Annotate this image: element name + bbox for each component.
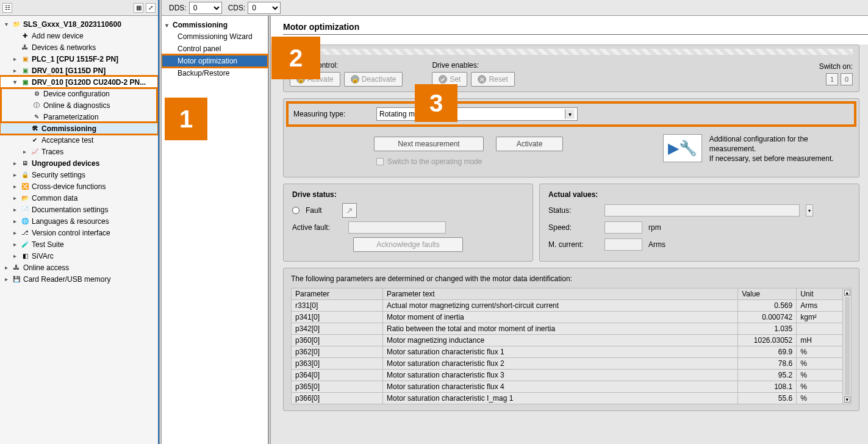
scroll-thumb[interactable] <box>845 297 850 395</box>
switch-on-1[interactable]: 1 <box>826 73 838 85</box>
nav-motor-optimization[interactable]: Motor optimization <box>162 55 268 67</box>
status-dropdown-arrow[interactable]: ▾ <box>806 204 813 217</box>
toolbar-btn-1[interactable]: ▦ <box>134 3 143 13</box>
switch-mode-checkbox[interactable]: Switch to the operating mode <box>376 157 620 166</box>
drive-icon: ▣ <box>20 66 30 75</box>
table-row[interactable]: p362[0]Motor saturation characteristic f… <box>292 346 843 358</box>
scroll-up-icon[interactable]: ▲ <box>844 290 850 296</box>
chevron-right-icon[interactable]: ▸ <box>11 241 18 248</box>
chevron-right-icon[interactable]: ▸ <box>11 229 18 236</box>
project-tree[interactable]: ▾ 📁 SLS_Gxxx_V18_2023110600 ✚Add new dev… <box>0 16 158 444</box>
diagnostics-icon: ⓘ <box>32 101 41 110</box>
chevron-right-icon[interactable]: ▸ <box>11 252 18 259</box>
tree-add-device[interactable]: ✚Add new device <box>0 30 158 41</box>
tree-icon-structure[interactable]: ☷ <box>2 3 12 13</box>
tree-langres[interactable]: ▸🌐Languages & resources <box>0 215 158 227</box>
test-icon: 🧪 <box>20 240 30 249</box>
wrench-info-icon[interactable]: ▶🔧 <box>663 134 702 162</box>
tree-devices-networks[interactable]: 🖧Devices & networks <box>0 41 158 53</box>
tree-traces[interactable]: ▸📈Traces <box>0 146 158 157</box>
tree-parameterization[interactable]: ✎Parameterization <box>0 111 158 123</box>
tree-toolbar: ☷ ▦ ⤢ <box>0 0 158 16</box>
tree-project-root[interactable]: ▾ 📁 SLS_Gxxx_V18_2023110600 <box>0 18 158 30</box>
tree-commissioning[interactable]: 🛠Commissioning <box>0 123 158 134</box>
toolbar-btn-2[interactable]: ⤢ <box>146 3 156 13</box>
chevron-right-icon[interactable]: ▸ <box>11 206 18 213</box>
activate-measurement-button[interactable]: Activate <box>496 137 563 151</box>
th-unit[interactable]: Unit <box>797 288 843 300</box>
switch-on-0[interactable]: 0 <box>841 73 853 85</box>
chevron-right-icon[interactable]: ▸ <box>11 183 18 190</box>
sivarc-icon: ◧ <box>20 252 30 260</box>
lang-icon: 🌐 <box>20 217 30 226</box>
th-text[interactable]: Parameter text <box>383 288 738 300</box>
reset-button[interactable]: ✕Reset <box>471 72 514 87</box>
tree-drv010[interactable]: ▾▣DRV_010 [G120D CU240D-2 PN... <box>0 76 158 88</box>
table-row[interactable]: p342[0]Ratio between the total and motor… <box>292 323 843 335</box>
th-value[interactable]: Value <box>738 288 797 300</box>
callout-3: 3 <box>415 84 457 122</box>
tree-sivarc[interactable]: ▸◧SiVArc <box>0 250 158 262</box>
active-fault-label: Active fault: <box>292 223 342 232</box>
chevron-right-icon[interactable]: ▸ <box>2 264 10 271</box>
cds-label: CDS: <box>228 4 246 12</box>
tree-drv001[interactable]: ▸▣DRV_001 [G115D PN] <box>0 65 158 76</box>
tree-device-config[interactable]: ⚙Device configuration <box>0 88 158 99</box>
th-parameter[interactable]: Parameter <box>292 288 383 300</box>
table-row[interactable]: p341[0]Motor moment of inertia0.000742kg… <box>292 312 843 323</box>
ungrouped-icon: 🖥 <box>20 159 30 168</box>
active-fault-field <box>348 221 446 234</box>
unlock-icon: 🔓 <box>351 75 359 84</box>
nav-backup-restore[interactable]: Backup/Restore <box>162 67 268 79</box>
tree-online-diag[interactable]: ⓘOnline & diagnostics <box>0 99 158 111</box>
chevron-right-icon[interactable]: ▸ <box>11 195 18 201</box>
check-icon: ✔ <box>439 75 447 84</box>
tree-plc1[interactable]: ▸▣PLC_1 [CPU 1515F-2 PN] <box>0 53 158 65</box>
tree-common[interactable]: ▸📂Common data <box>0 192 158 204</box>
table-row[interactable]: p364[0]Motor saturation characteristic f… <box>292 370 843 381</box>
tree-vcs[interactable]: ▸⎇Version control interface <box>0 227 158 238</box>
chevron-down-icon[interactable]: ▾ <box>2 21 10 27</box>
chevron-right-icon[interactable]: ▸ <box>11 67 18 74</box>
cds-select[interactable]: 0 <box>248 2 281 14</box>
tree-cardreader[interactable]: ▸💾Card Reader/USB memory <box>0 273 158 285</box>
chevron-right-icon[interactable]: ▸ <box>11 56 18 62</box>
table-row[interactable]: p363[0]Motor saturation characteristic f… <box>292 358 843 370</box>
parameter-table[interactable]: Parameter Parameter text Value Unit r331… <box>291 288 843 404</box>
chevron-right-icon[interactable]: ▸ <box>11 171 18 178</box>
table-row[interactable]: r331[0]Actual motor magnetizing current/… <box>292 300 843 312</box>
measuring-type-select[interactable]: Rotating measurement ▾ <box>376 107 578 121</box>
arms-unit: Arms <box>648 240 665 249</box>
table-row[interactable]: p365[0]Motor saturation characteristic f… <box>292 381 843 393</box>
tree-online-access[interactable]: ▸🖧Online access <box>0 262 158 273</box>
tree-security[interactable]: ▸🔒Security settings <box>0 169 158 181</box>
table-row[interactable]: p366[0]Motor saturation characteristic I… <box>292 393 843 404</box>
dds-select[interactable]: 0 <box>189 2 222 14</box>
status-stripe <box>290 49 853 55</box>
drive-status-panel: Drive status: Fault ↗ Active fault: <box>283 184 533 262</box>
chevron-right-icon[interactable]: ▸ <box>21 148 28 155</box>
nav-header-commissioning[interactable]: ▾Commissioning <box>162 20 268 30</box>
chevron-right-icon[interactable]: ▸ <box>2 276 10 282</box>
online-access-icon: 🖧 <box>12 263 21 272</box>
table-row[interactable]: p360[0]Motor magnetizing inductance1026.… <box>292 335 843 346</box>
deactivate-button[interactable]: 🔓Deactivate <box>344 72 403 87</box>
measuring-config-panel: Measuring type: Rotating measurement ▾ N… <box>283 98 859 177</box>
status-field <box>604 204 800 217</box>
acknowledge-faults-button[interactable]: Acknowledge faults <box>353 237 463 252</box>
tree-acceptance[interactable]: ✔Acceptance test <box>0 134 158 146</box>
next-measurement-button[interactable]: Next measurement <box>374 137 484 151</box>
scroll-down-icon[interactable]: ▼ <box>844 396 850 403</box>
table-scrollbar[interactable]: ▲ ▼ <box>843 288 852 404</box>
nav-wizard[interactable]: Commissioning Wizard <box>162 30 268 43</box>
fault-arrow-button[interactable]: ↗ <box>342 203 357 218</box>
tree-ungrouped[interactable]: ▸🖥Ungrouped devices <box>0 157 158 169</box>
chevron-right-icon[interactable]: ▸ <box>11 218 18 224</box>
actual-values-title: Actual values: <box>548 190 850 199</box>
tree-docset[interactable]: ▸📄Documentation settings <box>0 204 158 215</box>
tree-crossdev[interactable]: ▸🔀Cross-device functions <box>0 181 158 192</box>
chevron-right-icon[interactable]: ▸ <box>11 160 18 167</box>
nav-control-panel[interactable]: Control panel <box>162 43 268 55</box>
chevron-down-icon[interactable]: ▾ <box>11 79 18 85</box>
tree-testsuite[interactable]: ▸🧪Test Suite <box>0 238 158 250</box>
